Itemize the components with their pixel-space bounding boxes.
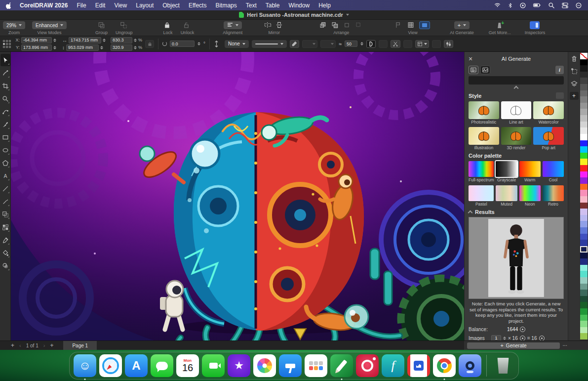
- color-swatch[interactable]: [580, 215, 588, 221]
- shadow-tool[interactable]: [0, 259, 10, 272]
- color-swatch[interactable]: [580, 184, 588, 190]
- control-center-icon[interactable]: [561, 2, 569, 9]
- apple-menu-icon[interactable]: [6, 2, 13, 9]
- wifi-icon[interactable]: [494, 2, 501, 8]
- collapse-prompt-button[interactable]: [469, 85, 564, 90]
- y-stepper[interactable]: [53, 46, 56, 49]
- curve-tool[interactable]: [0, 105, 10, 118]
- view-mode-dropdown[interactable]: Enhanced: [32, 21, 67, 29]
- flip-pen-icon[interactable]: [214, 41, 222, 47]
- color-swatch[interactable]: [580, 277, 588, 284]
- color-swatch[interactable]: [580, 234, 588, 240]
- text-tool[interactable]: A: [0, 169, 10, 182]
- palette-option-full-spectrum[interactable]: Full-spectrum: [469, 161, 494, 182]
- menu-item-window[interactable]: Window: [288, 2, 310, 9]
- crop-tool[interactable]: [0, 80, 10, 92]
- bluetooth-icon[interactable]: [508, 2, 513, 9]
- zoom-tool[interactable]: [0, 92, 10, 105]
- color-swatch[interactable]: [580, 103, 588, 109]
- images-count-field[interactable]: 1: [491, 335, 501, 340]
- dock-item-photos[interactable]: [253, 354, 276, 377]
- outline-pen-button[interactable]: [290, 40, 299, 48]
- dock-item-capture[interactable]: [407, 354, 430, 377]
- dock-item-photo-paint[interactable]: [356, 354, 379, 377]
- palette-option-neon[interactable]: Neon: [519, 185, 541, 207]
- transparency-tool[interactable]: [0, 208, 10, 220]
- ellipse-tool[interactable]: [0, 144, 10, 156]
- color-swatch[interactable]: [580, 90, 588, 97]
- menu-item-file[interactable]: File: [77, 2, 86, 9]
- height-stepper[interactable]: [100, 46, 103, 49]
- dock-item-photo-booth[interactable]: [459, 354, 481, 377]
- style-option-illustration[interactable]: Illustration: [469, 127, 499, 150]
- dock-item-calendar[interactable]: Mon16: [176, 354, 199, 377]
- pick-tool[interactable]: [0, 54, 10, 66]
- style-option-watercolor[interactable]: Watercolor: [533, 101, 564, 125]
- collapse-results-icon[interactable]: [468, 210, 473, 215]
- color-swatch[interactable]: [580, 296, 588, 302]
- image-to-image-toggle[interactable]: [480, 66, 490, 74]
- color-swatch[interactable]: [580, 59, 588, 66]
- scale-x-stepper[interactable]: [134, 39, 137, 42]
- zoom-level-dropdown[interactable]: 29%: [3, 21, 25, 29]
- color-swatch[interactable]: [580, 84, 588, 90]
- mirror-horizontal-button[interactable]: [264, 22, 272, 29]
- palette-option-retro[interactable]: Retro: [543, 185, 564, 207]
- dock-item-trash[interactable]: [492, 354, 514, 377]
- color-swatch[interactable]: [580, 165, 588, 171]
- menu-item-table[interactable]: Table: [266, 2, 280, 9]
- dock-item-font-manager[interactable]: f: [382, 354, 404, 377]
- color-swatch[interactable]: [580, 290, 588, 296]
- menu-app-name[interactable]: CorelDRAW 2026: [20, 2, 68, 9]
- end-arrow-dropdown[interactable]: [320, 40, 336, 48]
- dock-item-launchpad[interactable]: [305, 354, 327, 377]
- prev-page-icon[interactable]: ‹: [19, 342, 21, 348]
- generate-button[interactable]: + Generate: [467, 342, 560, 349]
- drawing-canvas[interactable]: [11, 52, 464, 340]
- style-option-photorealistic[interactable]: Photorealistic: [469, 101, 499, 125]
- text-to-image-toggle[interactable]: [469, 66, 478, 74]
- active-view-toggle[interactable]: [419, 21, 430, 29]
- color-swatch[interactable]: [580, 109, 588, 115]
- delete-icon[interactable]: [570, 55, 579, 63]
- menu-item-object[interactable]: Object: [162, 2, 180, 9]
- dock-item-keynote[interactable]: [279, 354, 302, 377]
- lock-ratio-button[interactable]: [145, 40, 154, 48]
- color-swatch[interactable]: [580, 209, 588, 215]
- more-options-icon[interactable]: •••: [563, 344, 567, 347]
- object-width-field[interactable]: 1743.715 mm: [69, 37, 101, 43]
- dock-item-finder[interactable]: ☺: [74, 354, 96, 377]
- scale-x-field[interactable]: 830.3: [111, 37, 132, 43]
- color-swatch[interactable]: [580, 271, 588, 277]
- palette-option-cool[interactable]: Cool: [543, 161, 564, 182]
- color-swatch[interactable]: [580, 159, 588, 165]
- color-swatch[interactable]: [580, 308, 588, 315]
- dock-item-facetime[interactable]: [202, 354, 225, 377]
- to-front-button[interactable]: [319, 22, 327, 29]
- add-page-button-2[interactable]: +: [50, 342, 53, 349]
- shape-tool[interactable]: [0, 67, 10, 79]
- scale-y-stepper[interactable]: [134, 46, 137, 49]
- add-inspector-button[interactable]: +: [570, 92, 579, 100]
- results-thumbnail[interactable]: [469, 217, 564, 299]
- style-options-button[interactable]: [556, 92, 564, 99]
- color-swatch[interactable]: [580, 115, 588, 122]
- alignment-dropdown[interactable]: [224, 21, 242, 29]
- color-swatch[interactable]: [580, 140, 588, 147]
- color-swatch[interactable]: [580, 190, 588, 196]
- knife-tool[interactable]: [0, 195, 10, 208]
- color-swatch[interactable]: [580, 153, 588, 159]
- ungroup-button[interactable]: Ungroup: [116, 20, 133, 36]
- color-swatch[interactable]: [580, 65, 588, 72]
- sliders-button[interactable]: [444, 40, 453, 48]
- color-swatch[interactable]: [580, 122, 588, 128]
- dock-item-imovie[interactable]: ★: [228, 354, 250, 377]
- fill-tool[interactable]: [0, 247, 10, 259]
- layers-icon[interactable]: [570, 80, 579, 87]
- menu-item-text[interactable]: Text: [246, 2, 257, 9]
- title-chevron-icon[interactable]: [346, 14, 349, 16]
- eyedropper-tool[interactable]: [0, 234, 10, 246]
- menu-item-help[interactable]: Help: [318, 2, 331, 9]
- color-swatch[interactable]: [580, 72, 588, 78]
- wrap-dropdown[interactable]: [415, 40, 429, 48]
